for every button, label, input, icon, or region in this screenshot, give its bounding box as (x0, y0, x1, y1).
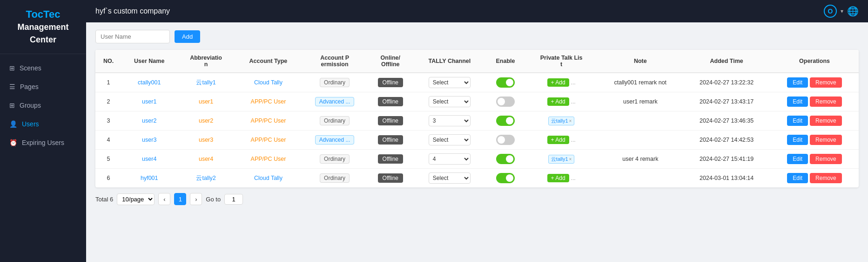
cell-online-status[interactable]: Offline (368, 150, 413, 169)
abbreviation-link[interactable]: user2 (199, 117, 213, 124)
cell-tally-channel[interactable]: Select (413, 73, 486, 92)
cell-tally-channel[interactable]: Select (413, 169, 486, 188)
enable-toggle[interactable] (496, 77, 515, 88)
cell-tally-channel[interactable]: 3 (413, 111, 486, 131)
abbreviation-link[interactable]: user3 (199, 137, 213, 143)
prev-page-button[interactable]: ‹ (158, 193, 170, 205)
enable-toggle[interactable] (496, 173, 515, 183)
tally-channel-select[interactable]: Select (429, 96, 471, 107)
abbreviation-link[interactable]: user4 (199, 156, 213, 162)
cell-username[interactable]: user1 (121, 92, 177, 111)
next-page-button[interactable]: › (190, 193, 202, 205)
add-talk-button[interactable]: + Add (547, 136, 569, 144)
enable-toggle[interactable] (496, 97, 515, 107)
cell-username[interactable]: user3 (121, 131, 177, 150)
remove-button[interactable]: Remove (810, 135, 842, 145)
tally-channel-select[interactable]: Select (429, 172, 471, 184)
tally-channel-select[interactable]: 4 (429, 153, 471, 165)
page-size-select[interactable]: 10/page 20/page 50/page (117, 193, 155, 205)
edit-button[interactable]: Edit (787, 97, 808, 107)
remove-button[interactable]: Remove (810, 77, 842, 88)
talk-tag-close[interactable]: × (569, 157, 572, 162)
sidebar-item-groups[interactable]: ⊞ Groups (0, 96, 86, 115)
edit-button[interactable]: Edit (787, 77, 808, 88)
offline-button[interactable]: Offline (378, 154, 403, 164)
username-link[interactable]: user1 (142, 98, 156, 105)
offline-button[interactable]: Offline (378, 135, 403, 145)
cell-tally-channel[interactable]: Select (413, 92, 486, 111)
add-talk-button[interactable]: + Add (547, 174, 569, 182)
remove-button[interactable]: Remove (810, 173, 842, 183)
account-type-text: APP/PC User (251, 117, 286, 124)
goto-input[interactable] (224, 194, 243, 205)
permission-badge: Advanced ... (315, 97, 355, 106)
cell-permission: Ordinary (302, 150, 368, 169)
remove-button[interactable]: Remove (810, 154, 842, 164)
dropdown-arrow-icon[interactable]: ▾ (841, 8, 843, 14)
sidebar-item-pages[interactable]: ☰ Pages (0, 77, 86, 96)
offline-button[interactable]: Offline (378, 116, 403, 125)
edit-button[interactable]: Edit (787, 135, 808, 145)
edit-button[interactable]: Edit (787, 154, 808, 164)
offline-button[interactable]: Offline (378, 78, 403, 87)
user-avatar-icon[interactable]: O (824, 5, 837, 18)
cell-online-status[interactable]: Offline (368, 73, 413, 92)
cell-tally-channel[interactable]: 4 (413, 150, 486, 169)
abbreviation-link[interactable]: user1 (199, 98, 213, 105)
offline-button[interactable]: Offline (378, 97, 403, 106)
add-talk-button[interactable]: + Add (547, 97, 569, 106)
cell-online-status[interactable]: Offline (368, 111, 413, 131)
account-type-text: APP/PC User (251, 98, 286, 105)
page-1-button[interactable]: 1 (174, 193, 186, 205)
enable-toggle[interactable] (496, 135, 515, 145)
cell-online-status[interactable]: Offline (368, 92, 413, 111)
tally-channel-select[interactable]: Select (429, 77, 471, 88)
cell-online-status[interactable]: Offline (368, 131, 413, 150)
cell-enable[interactable] (486, 169, 525, 188)
table-row: 2user1user1APP/PC UserAdvanced ...Offlin… (95, 92, 859, 111)
cell-enable[interactable] (486, 92, 525, 111)
cell-operations: EditRemove (770, 150, 859, 169)
tally-channel-select[interactable]: Select (429, 134, 471, 145)
enable-toggle[interactable] (496, 154, 515, 164)
cell-added-time: 2024-02-27 13:46:35 (683, 111, 770, 131)
table-row: 3user2user2APP/PC UserOrdinaryOffline 3 … (95, 111, 859, 131)
cell-username[interactable]: user2 (121, 111, 177, 131)
search-input[interactable] (95, 30, 170, 43)
edit-button[interactable]: Edit (787, 116, 808, 126)
cell-enable[interactable] (486, 131, 525, 150)
edit-button[interactable]: Edit (787, 173, 808, 183)
add-talk-button[interactable]: + Add (547, 78, 569, 87)
username-link[interactable]: user3 (142, 137, 156, 143)
talk-tag-close[interactable]: × (569, 118, 572, 124)
sidebar-item-users[interactable]: 👤 Users (0, 115, 86, 133)
col-tally-channel: TALLY Channel (413, 50, 486, 73)
cell-enable[interactable] (486, 111, 525, 131)
remove-button[interactable]: Remove (810, 97, 842, 107)
sidebar-item-scenes[interactable]: ⊞ Scenes (0, 59, 86, 77)
abbreviation-link[interactable]: 云tally2 (196, 175, 215, 181)
permission-badge: Ordinary (320, 154, 350, 164)
username-link[interactable]: user4 (142, 156, 156, 162)
cell-username[interactable]: user4 (121, 150, 177, 169)
col-private-talk: Private Talk List (525, 50, 598, 73)
cell-tally-channel[interactable]: Select (413, 131, 486, 150)
username-link[interactable]: hyf001 (141, 175, 158, 181)
username-link[interactable]: ctally001 (138, 79, 161, 86)
cell-no: 6 (95, 169, 121, 188)
enable-toggle[interactable] (496, 116, 515, 126)
cell-username[interactable]: hyf001 (121, 169, 177, 188)
cell-enable[interactable] (486, 73, 525, 92)
cell-enable[interactable] (486, 150, 525, 169)
abbreviation-link[interactable]: 云tally1 (196, 79, 215, 86)
talk-tag: 云tally1 × (548, 155, 575, 164)
cell-online-status[interactable]: Offline (368, 169, 413, 188)
username-link[interactable]: user2 (142, 117, 156, 124)
table-header-row: NO. User Name Abbreviation Account Type … (95, 50, 859, 73)
add-button[interactable]: Add (175, 30, 200, 43)
sidebar-item-expiring-users[interactable]: ⏰ Expiring Users (0, 133, 86, 152)
cell-username[interactable]: ctally001 (121, 73, 177, 92)
tally-channel-select[interactable]: 3 (429, 115, 471, 126)
remove-button[interactable]: Remove (810, 116, 842, 126)
offline-button[interactable]: Offline (378, 173, 403, 183)
